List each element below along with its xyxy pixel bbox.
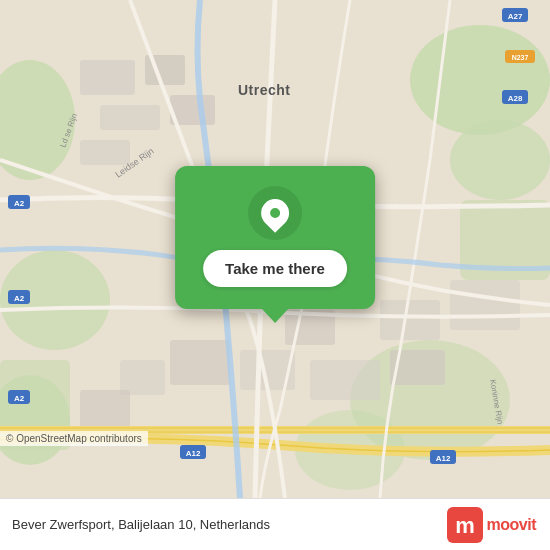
svg-text:N237: N237	[512, 54, 529, 61]
svg-text:Utrecht: Utrecht	[238, 82, 291, 98]
svg-text:A27: A27	[508, 12, 523, 21]
location-popup: Take me there	[175, 166, 375, 309]
svg-rect-17	[310, 360, 380, 400]
svg-rect-21	[120, 360, 165, 395]
svg-point-2	[450, 120, 550, 200]
location-address: Bever Zwerfsport, Balijelaan 10, Netherl…	[12, 517, 270, 532]
svg-text:A2: A2	[14, 294, 25, 303]
svg-text:A2: A2	[14, 394, 25, 403]
svg-text:A12: A12	[436, 454, 451, 463]
svg-text:A28: A28	[508, 94, 523, 103]
moovit-logo: m moovit	[447, 507, 536, 543]
app-container: A2 A2 A2 A12 A12 A27 A28 N237 Leidse Rij…	[0, 0, 550, 550]
svg-text:A12: A12	[186, 449, 201, 458]
take-me-there-button[interactable]: Take me there	[203, 250, 347, 287]
svg-rect-20	[170, 340, 230, 385]
location-icon-wrap	[248, 186, 302, 240]
svg-rect-15	[380, 300, 440, 340]
svg-rect-10	[80, 60, 135, 95]
svg-text:m: m	[455, 513, 475, 538]
svg-rect-22	[80, 390, 130, 430]
svg-rect-12	[100, 105, 160, 130]
location-pin-icon	[255, 193, 295, 233]
svg-rect-14	[80, 140, 130, 165]
footer: Bever Zwerfsport, Balijelaan 10, Netherl…	[0, 498, 550, 550]
svg-text:A2: A2	[14, 199, 25, 208]
moovit-brand-name: moovit	[487, 516, 536, 534]
map-area: A2 A2 A2 A12 A12 A27 A28 N237 Leidse Rij…	[0, 0, 550, 498]
svg-rect-23	[450, 280, 520, 330]
moovit-m-icon: m	[447, 507, 483, 543]
svg-point-1	[410, 25, 550, 135]
map-copyright: © OpenStreetMap contributors	[0, 431, 148, 446]
